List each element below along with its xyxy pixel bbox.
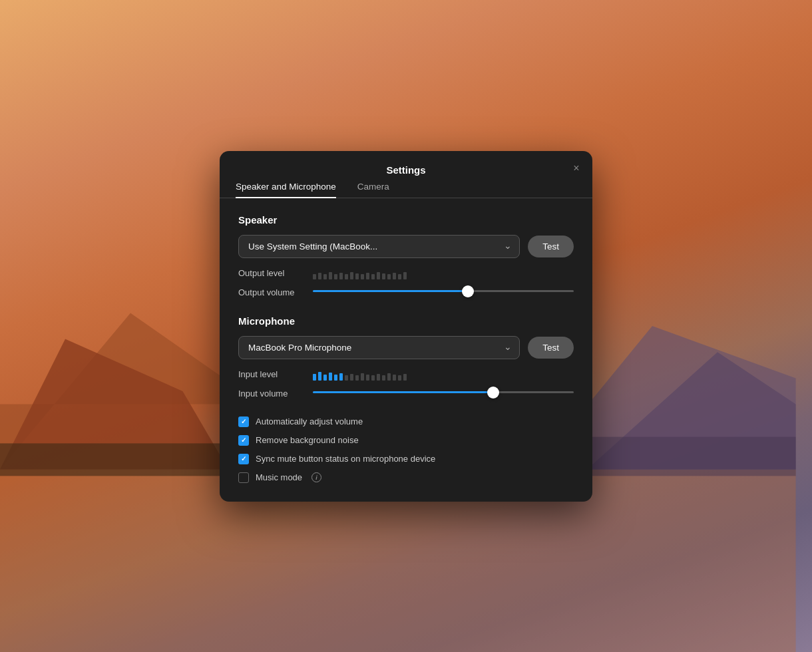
close-button[interactable]: ×	[570, 162, 583, 175]
tab-speaker-microphone[interactable]: Speaker and Microphone	[236, 176, 336, 198]
settings-dialog: Settings × Speaker and Microphone Camera…	[220, 151, 592, 502]
checkbox-music-mode: Music mode i	[238, 472, 574, 483]
bar-9	[355, 273, 359, 279]
in-bar-17	[398, 375, 401, 381]
bar-3	[323, 274, 327, 279]
speaker-test-button[interactable]: Test	[528, 236, 574, 257]
in-bar-18	[403, 374, 407, 381]
bg-noise-checkbox[interactable]	[238, 435, 249, 446]
bar-7	[345, 274, 348, 279]
tab-camera[interactable]: Camera	[357, 176, 389, 198]
speaker-device-select[interactable]: Use System Setting (MacBook... MacBook P…	[238, 235, 520, 258]
dialog-header: Settings ×	[220, 151, 592, 176]
input-volume-slider[interactable]	[313, 386, 574, 399]
bar-18	[403, 272, 407, 279]
in-bar-16	[393, 375, 396, 381]
in-bar-15	[387, 373, 391, 381]
auto-volume-label: Automatically adjust volume	[256, 416, 363, 426]
music-mode-info-icon[interactable]: i	[311, 472, 321, 482]
bar-6	[339, 273, 343, 279]
in-bar-12	[371, 375, 375, 381]
microphone-device-select[interactable]: MacBook Pro Microphone Built-in Micropho…	[238, 336, 520, 359]
checkbox-bg-noise: Remove background noise	[238, 435, 574, 446]
in-bar-5	[334, 375, 337, 381]
bar-2	[318, 273, 321, 279]
in-bar-8	[350, 374, 353, 381]
checkbox-auto-volume: Automatically adjust volume	[238, 416, 574, 427]
sync-mute-label: Sync mute button status on microphone de…	[256, 454, 435, 464]
output-volume-label: Output volume	[238, 287, 305, 297]
in-bar-9	[355, 375, 359, 381]
input-level-row: Input level	[238, 369, 574, 381]
in-bar-14	[382, 375, 385, 381]
input-volume-slider-container	[313, 386, 574, 402]
dialog-body: Speaker Use System Setting (MacBook... M…	[220, 198, 592, 502]
bar-4	[329, 272, 332, 279]
input-level-label: Input level	[238, 369, 305, 379]
bar-15	[387, 274, 391, 279]
bg-noise-label: Remove background noise	[256, 435, 359, 445]
microphone-device-wrapper: MacBook Pro Microphone Built-in Micropho…	[238, 336, 520, 359]
in-bar-6	[339, 373, 343, 381]
output-level-bars	[313, 267, 574, 279]
in-bar-4	[329, 373, 332, 381]
bar-1	[313, 274, 316, 279]
speaker-control-row: Use System Setting (MacBook... MacBook P…	[238, 235, 574, 258]
sync-mute-checkbox[interactable]	[238, 454, 249, 464]
bar-12	[371, 274, 375, 279]
speaker-device-wrapper: Use System Setting (MacBook... MacBook P…	[238, 235, 520, 258]
output-volume-slider[interactable]	[313, 285, 574, 298]
bar-16	[393, 273, 396, 279]
svg-rect-6	[568, 437, 796, 476]
in-bar-10	[361, 373, 364, 381]
in-bar-13	[377, 374, 380, 381]
bar-8	[350, 272, 353, 279]
checkbox-sync-mute: Sync mute button status on microphone de…	[238, 454, 574, 464]
speaker-title: Speaker	[238, 214, 574, 226]
output-volume-slider-container	[313, 285, 574, 301]
input-volume-label: Input volume	[238, 389, 305, 399]
in-bar-3	[323, 375, 327, 381]
output-level-row: Output level	[238, 267, 574, 279]
music-mode-checkbox[interactable]	[238, 472, 249, 483]
input-volume-row: Input volume	[238, 386, 574, 402]
bar-13	[377, 272, 380, 279]
in-bar-1	[313, 374, 316, 381]
in-bar-11	[366, 375, 369, 381]
bar-10	[361, 274, 364, 279]
music-mode-label: Music mode	[256, 472, 302, 482]
tabs-bar: Speaker and Microphone Camera	[220, 176, 592, 198]
svg-rect-5	[0, 443, 228, 476]
output-level-label: Output level	[238, 268, 305, 278]
bar-14	[382, 273, 385, 279]
bar-5	[334, 274, 337, 279]
dialog-title: Settings	[386, 164, 425, 176]
microphone-title: Microphone	[238, 315, 574, 327]
output-volume-row: Output volume	[238, 285, 574, 301]
microphone-test-button[interactable]: Test	[528, 337, 574, 359]
input-level-bars	[313, 369, 574, 381]
in-bar-7	[345, 375, 348, 381]
speaker-section: Speaker Use System Setting (MacBook... M…	[238, 214, 574, 301]
in-bar-2	[318, 372, 321, 381]
auto-volume-checkbox[interactable]	[238, 416, 249, 427]
microphone-section: Microphone MacBook Pro Microphone Built-…	[238, 315, 574, 483]
bar-11	[366, 273, 369, 279]
bar-17	[398, 274, 401, 279]
microphone-control-row: MacBook Pro Microphone Built-in Micropho…	[238, 336, 574, 359]
